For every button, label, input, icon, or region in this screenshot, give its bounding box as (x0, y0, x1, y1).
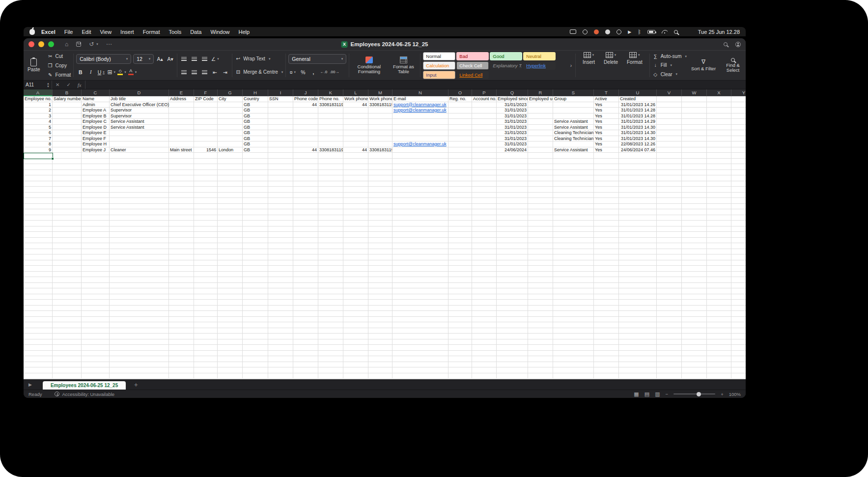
cell-P33[interactable] (472, 277, 497, 283)
cell-J25[interactable] (293, 232, 318, 238)
cell-V7[interactable] (657, 130, 682, 136)
cell-F42[interactable] (194, 328, 218, 334)
column-header-J[interactable]: J (293, 89, 318, 96)
cell-Y21[interactable] (731, 209, 746, 215)
cell-P35[interactable] (472, 288, 497, 294)
cell-M22[interactable] (368, 215, 392, 221)
cell-B34[interactable] (53, 283, 82, 289)
cell-T33[interactable] (594, 277, 619, 283)
cell-F10[interactable]: 1546 (194, 147, 218, 153)
cell-E13[interactable] (169, 164, 194, 170)
cell-R39[interactable] (528, 311, 553, 317)
cell-Y18[interactable] (731, 193, 746, 198)
cell-L6[interactable] (343, 125, 368, 131)
cell-X39[interactable] (707, 311, 731, 317)
cell-D36[interactable] (110, 294, 169, 300)
cell-S24[interactable] (553, 226, 594, 232)
github-icon[interactable] (605, 29, 610, 34)
cell-S7[interactable]: Cleaning Technician (553, 130, 594, 136)
cell-R33[interactable] (528, 277, 553, 283)
cell-A5[interactable]: 4 (24, 119, 53, 125)
cell-V35[interactable] (657, 288, 682, 294)
cell-O48[interactable] (448, 362, 472, 368)
cell-G34[interactable] (218, 283, 243, 289)
align-right-button[interactable] (200, 67, 209, 77)
cell-A41[interactable] (24, 322, 53, 328)
cell-R48[interactable] (528, 362, 553, 368)
cell-B20[interactable] (53, 204, 82, 210)
cell-O16[interactable] (448, 181, 472, 187)
cell-O23[interactable] (448, 221, 472, 226)
cell-K20[interactable] (318, 204, 343, 210)
cell-U6[interactable]: 31/01/2023 14.30 (619, 125, 657, 131)
cell-M12[interactable] (368, 159, 392, 165)
cell-M46[interactable] (368, 351, 392, 357)
cell-P3[interactable] (472, 108, 497, 113)
cell-I22[interactable] (268, 215, 293, 221)
cell-U43[interactable] (619, 334, 657, 339)
cell-V22[interactable] (657, 215, 682, 221)
cell-R9[interactable] (528, 141, 553, 147)
cell-O40[interactable] (448, 317, 472, 323)
cell-G36[interactable] (218, 294, 243, 300)
column-header-S[interactable]: S (553, 89, 594, 96)
accounting-format-button[interactable]: ¤▾ (288, 67, 297, 77)
cell-O17[interactable] (448, 187, 472, 193)
cell-F30[interactable] (194, 260, 218, 266)
cell-F33[interactable] (194, 277, 218, 283)
cell-A43[interactable] (24, 334, 53, 339)
cell-L44[interactable] (343, 339, 368, 345)
cell-H43[interactable] (243, 334, 268, 339)
accessibility-status[interactable]: Accessibility: Unavailable (55, 392, 114, 397)
cell-Q36[interactable] (497, 294, 528, 300)
cell-Q30[interactable] (497, 260, 528, 266)
cell-J4[interactable] (293, 113, 318, 119)
align-top-button[interactable] (180, 54, 188, 63)
cell-I30[interactable] (268, 260, 293, 266)
cell-E34[interactable] (169, 283, 194, 289)
paste-button[interactable]: Paste (25, 58, 43, 73)
cell-V12[interactable] (657, 159, 682, 165)
cell-D20[interactable] (110, 204, 169, 210)
cell-A25[interactable] (24, 232, 53, 238)
cell-U16[interactable] (619, 181, 657, 187)
cell-E29[interactable] (169, 254, 194, 260)
cell-M1[interactable]: Work phone (368, 96, 392, 102)
cell-S43[interactable] (553, 334, 594, 339)
cell-Q22[interactable] (497, 215, 528, 221)
cell-P23[interactable] (472, 221, 497, 226)
style-normal[interactable]: Normal (423, 52, 455, 60)
cell-K16[interactable] (318, 181, 343, 187)
cell-I6[interactable] (268, 125, 293, 131)
cell-P15[interactable] (472, 175, 497, 181)
cell-S6[interactable]: Service Assistant (553, 125, 594, 131)
cell-A3[interactable]: 2 (24, 108, 53, 113)
cell-L25[interactable] (343, 232, 368, 238)
cell-D44[interactable] (110, 339, 169, 345)
cell-X35[interactable] (707, 288, 731, 294)
column-header-R[interactable]: R (528, 89, 553, 96)
cell-R30[interactable] (528, 260, 553, 266)
cell-R34[interactable] (528, 283, 553, 289)
cell-F4[interactable] (194, 113, 218, 119)
cut-button[interactable]: ✂Cut (47, 52, 71, 60)
menu-window[interactable]: Window (206, 29, 234, 35)
cell-E23[interactable] (169, 221, 194, 226)
cell-J42[interactable] (293, 328, 318, 334)
cell-S30[interactable] (553, 260, 594, 266)
cell-W15[interactable] (682, 175, 707, 181)
cell-K32[interactable] (318, 272, 343, 278)
cell-F12[interactable] (194, 159, 218, 165)
cell-V40[interactable] (657, 317, 682, 323)
cell-F26[interactable] (194, 238, 218, 244)
cell-G30[interactable] (218, 260, 243, 266)
cell-M38[interactable] (368, 306, 392, 311)
cell-S45[interactable] (553, 345, 594, 351)
cell-V34[interactable] (657, 283, 682, 289)
cell-K37[interactable] (318, 300, 343, 306)
cell-J33[interactable] (293, 277, 318, 283)
cell-C28[interactable] (82, 249, 110, 255)
cell-K49[interactable] (318, 367, 343, 373)
cell-N18[interactable] (392, 193, 448, 198)
style-neutral[interactable]: Neutral (523, 52, 556, 60)
